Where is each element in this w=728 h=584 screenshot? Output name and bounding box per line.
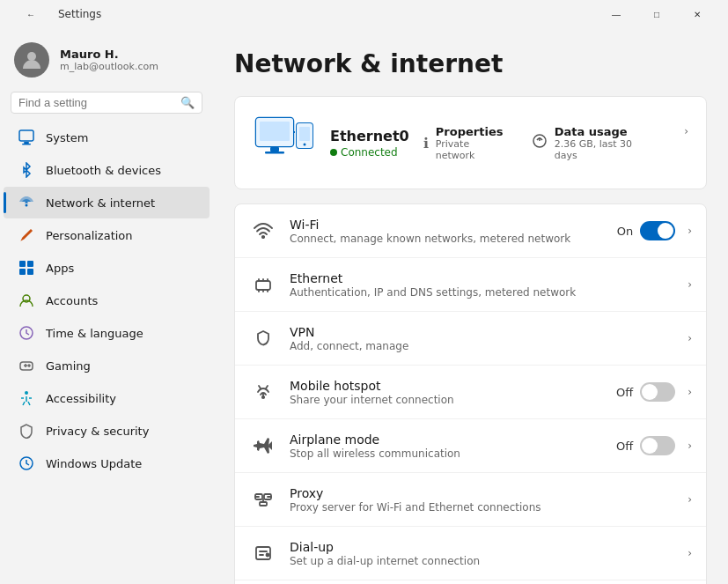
ethernet-icon [249,270,277,299]
sidebar-item-accessibility[interactable]: Accessibility [4,382,210,414]
properties-action[interactable]: ℹ Properties Private network [423,125,511,161]
search-input[interactable] [18,96,175,109]
data-usage-label: Data usage [555,125,657,138]
setting-item-dialup[interactable]: Dial-up Set up a dial-up internet connec… [235,527,706,580]
svg-point-25 [262,236,264,238]
sidebar: Mauro H. m_lab@outlook.com 🔍 System Blue… [0,28,213,584]
svg-point-13 [25,391,28,395]
titlebar-title: Settings [58,8,101,20]
sidebar-item-system[interactable]: System [4,122,210,153]
wifi-label: Wi-Fi [290,218,605,232]
ethernet-chevron: › [688,278,692,291]
network-icon [18,194,35,211]
sidebar-nav: System Bluetooth & devices Networ [0,121,213,480]
svg-rect-5 [19,261,26,267]
setting-item-proxy[interactable]: Proxy Proxy server for Wi-Fi and Etherne… [235,473,706,527]
data-usage-action[interactable]: Data usage 2.36 GB, last 30 days [532,125,657,161]
sidebar-item-gaming[interactable]: Gaming [4,350,210,381]
proxy-sub: Proxy server for Wi-Fi and Ethernet conn… [290,501,675,514]
wifi-text: Wi-Fi Connect, manage known networks, me… [290,218,605,245]
proxy-label: Proxy [290,486,675,500]
setting-item-hotspot[interactable]: Mobile hotspot Share your internet conne… [235,366,706,419]
wifi-toggle[interactable] [640,221,675,240]
proxy-icon [249,485,277,514]
sidebar-item-network[interactable]: Network & internet [4,187,210,218]
airplane-sub: Stop all wireless communication [290,447,604,460]
user-email: m_lab@outlook.com [60,61,158,72]
airplane-label: Airplane mode [290,432,604,447]
svg-point-4 [26,204,28,207]
vpn-label: VPN [290,325,675,339]
dialup-chevron: › [688,547,692,559]
airplane-toggle[interactable] [640,436,675,455]
setting-item-advanced[interactable]: Advanced network settings View all netwo… [235,580,706,584]
svg-rect-22 [299,127,310,141]
user-name: Mauro H. [60,48,158,61]
titlebar-left: ← Settings [11,0,101,28]
status-dot [330,149,337,156]
svg-rect-6 [27,261,33,267]
properties-text: Properties Private network [436,125,511,161]
vpn-text: VPN Add, connect, manage [290,325,675,352]
user-info: Mauro H. m_lab@outlook.com [60,48,158,72]
hotspot-toggle[interactable] [640,382,675,402]
svg-rect-18 [270,147,279,152]
sidebar-item-accounts[interactable]: Accounts [4,285,210,316]
wifi-icon [249,217,277,245]
sidebar-item-personalization[interactable]: Personalization [4,219,210,251]
svg-point-23 [304,144,306,146]
svg-point-12 [28,365,30,366]
minimize-button[interactable]: — [596,0,636,28]
ethernet-text: Ethernet Authentication, IP and DNS sett… [290,271,675,299]
svg-rect-19 [265,152,284,154]
airplane-toggle-thumb [642,438,658,454]
dialup-sub: Set up a dial-up internet connection [290,555,675,567]
settings-group: Wi-Fi Connect, manage known networks, me… [234,203,707,584]
data-usage-text: Data usage 2.36 GB, last 30 days [555,125,657,161]
svg-point-32 [267,554,269,557]
hotspot-toggle-label: Off [616,386,633,399]
wifi-sub: Connect, manage known networks, metered … [290,233,605,245]
search-box[interactable]: 🔍 [11,92,202,114]
svg-rect-26 [256,281,270,290]
setting-item-wifi[interactable]: Wi-Fi Connect, manage known networks, me… [235,204,706,258]
svg-rect-7 [19,269,26,275]
sidebar-item-apps[interactable]: Apps [4,252,210,284]
update-icon [18,455,35,472]
sidebar-item-label-apps: Apps [46,262,74,275]
sidebar-item-bluetooth[interactable]: Bluetooth & devices [4,154,210,186]
sidebar-item-update[interactable]: Windows Update [4,447,210,479]
hero-status-text: Connected [341,146,398,159]
wifi-control: On [617,221,675,240]
svg-rect-8 [27,269,33,275]
svg-rect-1 [19,130,33,141]
airplane-toggle-label: Off [616,440,633,453]
hero-status: Connected [330,146,409,159]
sidebar-item-privacy[interactable]: Privacy & security [4,415,210,447]
wifi-toggle-label: On [617,225,633,238]
hero-chevron-icon: › [684,125,688,161]
privacy-icon [18,422,35,440]
setting-item-ethernet[interactable]: Ethernet Authentication, IP and DNS sett… [235,258,706,312]
sidebar-item-label-gaming: Gaming [46,359,91,373]
properties-icon: ℹ [423,135,429,152]
user-section[interactable]: Mauro H. m_lab@outlook.com [0,28,213,88]
ethernet-sub: Authentication, IP and DNS settings, met… [290,286,675,299]
vpn-chevron: › [688,332,692,344]
time-icon [18,324,35,342]
setting-item-vpn[interactable]: VPN Add, connect, manage › [235,312,706,366]
avatar [14,42,49,78]
hotspot-text: Mobile hotspot Share your internet conne… [290,379,604,406]
apps-icon [18,259,35,277]
sidebar-item-label-personalization: Personalization [46,229,133,242]
sidebar-item-label-update: Windows Update [46,457,142,470]
data-usage-icon [532,133,548,152]
back-button[interactable]: ← [11,0,51,28]
sidebar-item-time[interactable]: Time & language [4,317,210,349]
setting-item-airplane[interactable]: Airplane mode Stop all wireless communic… [235,419,706,473]
maximize-button[interactable]: □ [636,0,677,28]
hotspot-control: Off [616,382,675,402]
dialup-label: Dial-up [290,540,675,554]
sidebar-item-label-network: Network & internet [46,196,155,210]
close-button[interactable]: ✕ [677,0,717,28]
